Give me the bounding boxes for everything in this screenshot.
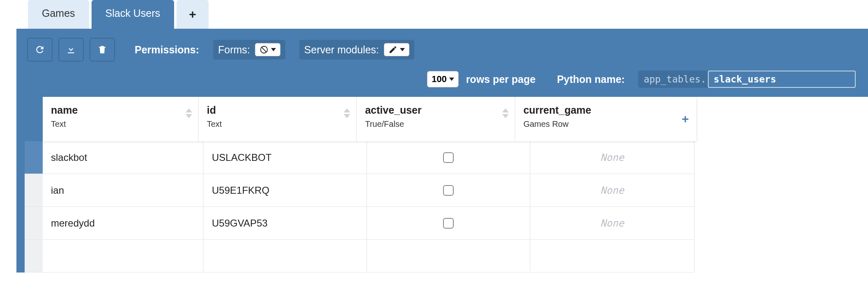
checkbox-icon[interactable] (443, 152, 454, 163)
column-header-active-user[interactable]: active_user True/False (357, 97, 515, 141)
forms-permission-group: Forms: (213, 40, 285, 60)
column-title: name (51, 104, 190, 116)
table-row-empty[interactable] (43, 240, 696, 273)
cell-id[interactable]: USLACKBOT (204, 141, 367, 174)
none-value: None (600, 152, 624, 163)
caret-down-icon (400, 48, 405, 51)
download-button[interactable] (58, 38, 84, 62)
refresh-button[interactable] (27, 38, 53, 62)
sort-toggle[interactable] (186, 108, 192, 118)
tab-slack-users[interactable]: Slack Users (92, 0, 174, 29)
delete-button[interactable] (90, 38, 115, 62)
cell-active-user[interactable] (367, 174, 530, 207)
forms-permission-dropdown[interactable] (255, 43, 280, 56)
column-title: id (207, 104, 348, 116)
cell-name[interactable]: ian (43, 174, 204, 207)
server-modules-label: Server modules: (304, 44, 379, 56)
table-row[interactable]: slackbot USLACKBOT None (43, 141, 696, 174)
cell-empty[interactable] (530, 240, 695, 273)
table-body: slackbot USLACKBOT None ian U59E1FKRQ No… (43, 141, 696, 273)
cell-current-game[interactable]: None (530, 141, 695, 174)
cell-active-user[interactable] (367, 141, 530, 174)
server-permission-dropdown[interactable] (384, 43, 409, 56)
forms-label: Forms: (218, 44, 250, 56)
cell-current-game[interactable]: None (530, 207, 695, 240)
cell-name[interactable]: slackbot (43, 141, 204, 174)
sort-toggle[interactable] (502, 108, 509, 118)
tab-bar: Games Slack Users + (28, 0, 868, 29)
permissions-label: Permissions: (135, 44, 199, 56)
cell-id[interactable]: U59GVAP53 (204, 207, 367, 240)
data-table: name Text id Text active_user True/False… (16, 97, 868, 273)
tab-games[interactable]: Games (28, 0, 89, 29)
column-type: True/False (365, 119, 506, 129)
download-icon (66, 44, 76, 55)
server-permission-group: Server modules: (299, 40, 414, 60)
none-value: None (600, 185, 624, 196)
row-number-2[interactable] (25, 174, 43, 207)
column-title: current_game (524, 104, 666, 116)
row-number-4[interactable] (25, 240, 43, 273)
python-name-input[interactable] (708, 71, 856, 88)
column-type: Text (51, 119, 190, 129)
table-header: name Text id Text active_user True/False… (43, 97, 696, 141)
add-column-button[interactable]: + (674, 97, 696, 141)
table-row[interactable]: ian U59E1FKRQ None (43, 174, 696, 207)
caret-down-icon (449, 78, 454, 81)
column-header-current-game[interactable]: current_game Games Row (515, 97, 674, 141)
tab-add[interactable]: + (177, 0, 209, 29)
cell-active-user[interactable] (367, 207, 530, 240)
toolbar-band: Permissions: Forms: Server modules: 100 (16, 29, 868, 97)
rows-per-page-value: 100 (432, 74, 447, 85)
edit-icon (388, 45, 397, 54)
python-name-label: Python name: (557, 73, 625, 85)
cell-empty[interactable] (204, 240, 367, 273)
python-name-prefix: app_tables. (638, 71, 708, 88)
cell-id[interactable]: U59E1FKRQ (204, 174, 367, 207)
table-left-gutter (16, 97, 25, 273)
cell-name[interactable]: meredydd (43, 207, 204, 240)
trash-icon (97, 44, 107, 55)
none-value: None (600, 218, 624, 229)
column-header-id[interactable]: id Text (199, 97, 357, 141)
cell-empty[interactable] (43, 240, 204, 273)
column-type: Games Row (524, 119, 666, 129)
row-number-3[interactable] (25, 207, 43, 240)
column-type: Text (207, 119, 348, 129)
rows-per-page-label: rows per page (466, 73, 536, 85)
rows-per-page-select[interactable]: 100 (427, 71, 459, 87)
cell-current-game[interactable]: None (530, 174, 695, 207)
no-access-icon (259, 45, 269, 54)
column-header-name[interactable]: name Text (43, 97, 199, 141)
python-name-box: app_tables. (638, 71, 856, 88)
checkbox-icon[interactable] (443, 185, 454, 196)
column-title: active_user (365, 104, 506, 116)
checkbox-icon[interactable] (443, 218, 454, 229)
cell-empty[interactable] (367, 240, 530, 273)
row-number-1[interactable] (25, 141, 43, 174)
refresh-icon (34, 44, 45, 55)
row-number-column (25, 97, 43, 273)
sort-toggle[interactable] (344, 108, 350, 118)
caret-down-icon (271, 48, 276, 51)
table-row[interactable]: meredydd U59GVAP53 None (43, 207, 696, 240)
